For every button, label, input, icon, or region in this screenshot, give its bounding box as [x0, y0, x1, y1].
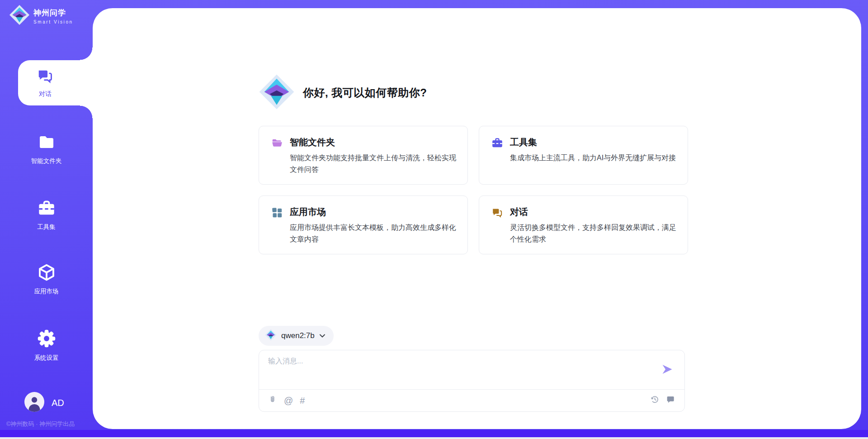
brand-title: 神州问学: [33, 8, 73, 18]
sidebar-item-label: 对话: [39, 90, 52, 98]
brand-subtitle: Smart Vision: [33, 19, 73, 24]
feature-cards: 智能文件夹 智能文件夹功能支持批量文件上传与清洗，轻松实现文件问答 工具集 集成…: [259, 126, 688, 254]
sidebar-item-label: 应用市场: [34, 287, 59, 296]
card-smart-folder[interactable]: 智能文件夹 智能文件夹功能支持批量文件上传与清洗，轻松实现文件问答: [259, 126, 468, 185]
chat-icon: [37, 67, 54, 86]
paperclip-icon: [268, 395, 277, 407]
greeting-gem-icon: [259, 74, 295, 112]
app-root: 神州问学 Smart Vision 对话 智能文件夹: [0, 0, 868, 439]
user-profile[interactable]: AD: [24, 392, 64, 414]
sidebar-item-toolset[interactable]: 工具集: [0, 199, 93, 231]
sidebar-item-settings[interactable]: 系统设置: [0, 329, 93, 362]
card-description: 集成市场上主流工具，助力AI与外界无缝扩展与对接: [510, 152, 678, 164]
card-title: 对话: [510, 206, 678, 218]
brand: 神州问学 Smart Vision: [9, 5, 73, 27]
sidebar-item-chat[interactable]: 对话: [18, 60, 93, 105]
topic-button[interactable]: #: [300, 396, 305, 406]
sidebar-item-label: 系统设置: [34, 354, 59, 362]
sidebar: 神州问学 Smart Vision 对话 智能文件夹: [0, 0, 93, 437]
card-toolset[interactable]: 工具集 集成市场上主流工具，助力AI与外界无缝扩展与对接: [479, 126, 688, 185]
card-app-market[interactable]: 应用市场 应用市场提供丰富长文本模板，助力高效生成多样化文章内容: [259, 196, 468, 254]
message-composer: @ #: [259, 350, 685, 412]
card-description: 智能文件夹功能支持批量文件上传与清洗，轻松实现文件问答: [290, 152, 458, 176]
message-input[interactable]: [268, 357, 639, 385]
gem-icon: [265, 329, 277, 343]
tab-fillet-top: [80, 48, 93, 60]
cube-icon: [38, 263, 56, 283]
card-description: 灵活切换多模型文件，支持多样回复效果调试，满足个性化需求: [510, 222, 678, 245]
brand-gem-icon: [9, 5, 30, 27]
sidebar-item-label: 工具集: [37, 223, 56, 231]
greeting: 你好, 我可以如何帮助你?: [259, 75, 688, 111]
chat-icon: [491, 207, 503, 219]
briefcase-icon: [38, 199, 56, 219]
comment-icon: [666, 395, 675, 406]
model-selector[interactable]: qwen2:7b: [259, 326, 334, 346]
send-button[interactable]: [661, 363, 674, 376]
bottom-accent-bar: [0, 430, 868, 437]
at-icon: @: [284, 396, 293, 406]
new-chat-button[interactable]: [666, 395, 675, 406]
main-content: 你好, 我可以如何帮助你? 智能文件夹 智能文件夹功能支持批量文件上传与清洗，轻…: [259, 75, 688, 412]
send-icon: [661, 370, 674, 377]
greeting-title: 你好, 我可以如何帮助你?: [303, 86, 427, 100]
card-title: 应用市场: [290, 206, 458, 218]
gear-icon: [37, 329, 56, 350]
folder-icon: [271, 137, 283, 149]
card-title: 智能文件夹: [290, 136, 458, 148]
card-title: 工具集: [510, 136, 678, 148]
composer-toolbar: @ #: [268, 390, 675, 411]
tab-fillet-bottom: [80, 105, 93, 118]
history-button[interactable]: [650, 395, 660, 406]
history-icon: [650, 395, 660, 406]
bottom-edge-strip: [0, 437, 868, 439]
model-name: qwen2:7b: [281, 331, 315, 340]
folder-icon: [38, 133, 56, 153]
attach-button[interactable]: [268, 395, 277, 407]
mention-button[interactable]: @: [284, 396, 293, 406]
hash-icon: #: [300, 396, 305, 406]
sidebar-item-smart-folder[interactable]: 智能文件夹: [0, 133, 93, 165]
card-description: 应用市场提供丰富长文本模板，助力高效生成多样化文章内容: [290, 222, 458, 245]
sidebar-item-label: 智能文件夹: [31, 157, 62, 165]
sidebar-footer-text: ©神州数码 · 神州问学出品: [6, 420, 75, 428]
sidebar-item-app-market[interactable]: 应用市场: [0, 263, 93, 296]
grid-icon: [271, 207, 283, 219]
card-chat[interactable]: 对话 灵活切换多模型文件，支持多样回复效果调试，满足个性化需求: [479, 196, 688, 254]
user-name: AD: [52, 398, 64, 408]
briefcase-icon: [491, 137, 503, 149]
chevron-down-icon: [319, 332, 326, 340]
avatar: [24, 392, 44, 414]
